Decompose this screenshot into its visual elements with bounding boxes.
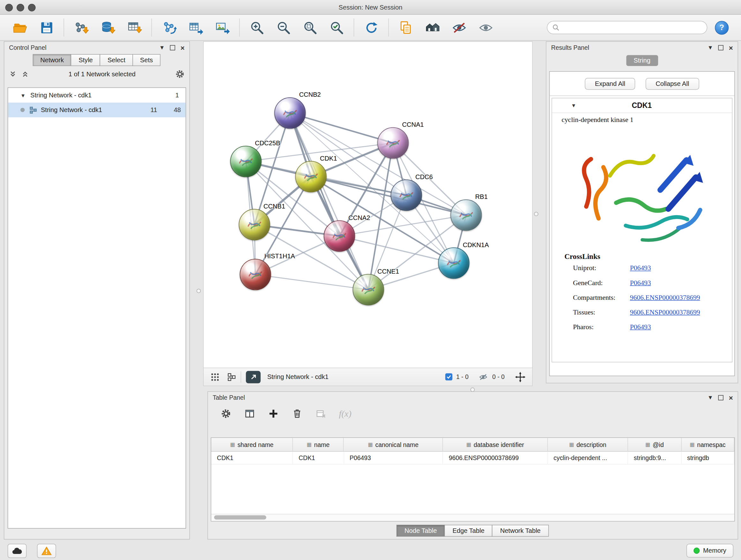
close-panel-icon[interactable]: × bbox=[729, 44, 733, 51]
panel-menu-icon[interactable]: ▼ bbox=[708, 395, 713, 400]
export-image-button[interactable] bbox=[209, 17, 235, 38]
open-session-button[interactable] bbox=[7, 17, 33, 38]
crosslink-link[interactable]: P06493 bbox=[630, 275, 651, 290]
hidden-eye-icon[interactable] bbox=[478, 373, 488, 381]
create-column-button[interactable] bbox=[268, 408, 279, 420]
horizontal-scrollbar[interactable] bbox=[211, 514, 734, 521]
zoom-selected-button[interactable] bbox=[323, 17, 350, 38]
float-panel-icon[interactable] bbox=[718, 45, 724, 50]
table-cell[interactable]: cyclin-dependent ... bbox=[548, 452, 628, 464]
close-panel-icon[interactable]: × bbox=[729, 394, 733, 401]
network-edge[interactable] bbox=[290, 113, 368, 290]
tab-node-table[interactable]: Node Table bbox=[396, 525, 445, 537]
zoom-in-button[interactable] bbox=[244, 17, 270, 38]
table-cell[interactable]: stringdb:9... bbox=[628, 452, 681, 464]
network-canvas[interactable]: CCNB2CCNA1CDC25BCDK1CDC6RB1CCNB1CCNA2CDK… bbox=[204, 42, 532, 368]
export-table-button[interactable] bbox=[182, 17, 209, 38]
import-table-button[interactable] bbox=[121, 17, 147, 38]
crosslink-link[interactable]: P06493 bbox=[630, 261, 651, 275]
table-cell[interactable]: stringdb bbox=[681, 452, 734, 464]
splitter-handle[interactable] bbox=[534, 212, 538, 216]
network-node-ccna2[interactable] bbox=[324, 220, 355, 252]
save-session-button[interactable] bbox=[33, 17, 60, 38]
table-settings-button[interactable] bbox=[220, 408, 232, 420]
collection-caret-icon[interactable]: ▼ bbox=[20, 92, 25, 98]
crosslink-link[interactable]: P06493 bbox=[630, 320, 651, 334]
copy-documents-button[interactable] bbox=[393, 17, 419, 38]
section-collapse-icon[interactable]: ▼ bbox=[571, 103, 576, 108]
network-options-gear-icon[interactable] bbox=[175, 69, 185, 79]
column-header-shared-name[interactable]: ▦shared name bbox=[211, 438, 293, 451]
network-collection-row[interactable]: ▼ String Network - cdk1 1 bbox=[8, 88, 185, 103]
table-cell[interactable]: CDK1 bbox=[293, 452, 344, 464]
tab-edge-table[interactable]: Edge Table bbox=[445, 525, 493, 537]
splitter-handle[interactable] bbox=[197, 289, 201, 293]
share-network-icon[interactable] bbox=[227, 373, 236, 381]
table-cell[interactable]: P06493 bbox=[344, 452, 443, 464]
network-edge[interactable] bbox=[255, 274, 368, 290]
minimize-window-button[interactable] bbox=[17, 4, 24, 11]
memory-button[interactable]: Memory bbox=[686, 544, 733, 557]
column-header-name[interactable]: ▦name bbox=[293, 438, 344, 451]
birdseye-grid-icon[interactable] bbox=[210, 372, 220, 381]
new-network-from-selection-button[interactable] bbox=[156, 17, 182, 38]
eye-crossed-button[interactable] bbox=[446, 17, 472, 38]
tab-style[interactable]: Style bbox=[71, 54, 100, 66]
warning-button[interactable] bbox=[37, 543, 56, 558]
expand-all-button[interactable]: Expand All bbox=[585, 78, 635, 90]
maximize-window-button[interactable] bbox=[28, 4, 36, 11]
selected-checkbox-icon[interactable] bbox=[445, 373, 452, 380]
scrollbar-thumb[interactable] bbox=[214, 515, 266, 519]
delete-table-button[interactable] bbox=[315, 408, 327, 420]
table-cell[interactable]: CDK1 bbox=[211, 452, 293, 464]
panel-menu-icon[interactable]: ▼ bbox=[708, 45, 713, 51]
float-panel-icon[interactable] bbox=[718, 395, 724, 400]
close-window-button[interactable] bbox=[5, 4, 13, 11]
network-node-cdk1[interactable] bbox=[295, 161, 327, 192]
open-external-button[interactable] bbox=[246, 371, 261, 383]
help-button[interactable]: ? bbox=[715, 21, 729, 35]
network-node-ccna1[interactable] bbox=[378, 127, 409, 159]
crosshair-icon[interactable] bbox=[515, 372, 526, 382]
import-network-database-button[interactable] bbox=[94, 17, 121, 38]
crosslink-link[interactable]: 9606.ENSP00000378699 bbox=[630, 290, 700, 305]
zoom-fit-button[interactable] bbox=[297, 17, 323, 38]
network-row[interactable]: String Network - cdk1 11 48 bbox=[8, 103, 185, 117]
tab-network-table[interactable]: Network Table bbox=[492, 525, 549, 537]
network-node-ccnb2[interactable] bbox=[274, 98, 306, 129]
cloud-button[interactable] bbox=[8, 543, 26, 558]
tab-string[interactable]: String bbox=[626, 55, 658, 66]
panel-menu-icon[interactable]: ▼ bbox=[159, 45, 165, 51]
close-panel-icon[interactable]: × bbox=[181, 44, 185, 51]
network-node-hist1h1a[interactable] bbox=[240, 259, 271, 290]
apply-layout-button[interactable] bbox=[358, 17, 385, 38]
collapse-all-button[interactable]: Collapse All bbox=[646, 78, 699, 90]
network-edge[interactable] bbox=[340, 236, 454, 263]
show-columns-button[interactable] bbox=[244, 408, 256, 420]
network-node-cdkn1a[interactable] bbox=[438, 247, 469, 279]
column-header-canonical-name[interactable]: ▦canonical name bbox=[344, 438, 443, 451]
delete-columns-button[interactable] bbox=[291, 408, 303, 420]
network-edge[interactable] bbox=[290, 113, 393, 143]
column-header-namespac[interactable]: ▦namespac bbox=[681, 438, 734, 451]
splitter-handle[interactable] bbox=[470, 388, 475, 392]
network-node-rb1[interactable] bbox=[451, 199, 482, 231]
network-node-cdc6[interactable] bbox=[391, 179, 422, 211]
column-header--id[interactable]: ▦@id bbox=[628, 438, 681, 451]
expand-all-icon[interactable] bbox=[21, 70, 29, 78]
float-panel-icon[interactable] bbox=[170, 45, 175, 50]
zoom-out-button[interactable] bbox=[270, 17, 296, 38]
network-node-cdc25b[interactable] bbox=[230, 146, 261, 177]
table-row[interactable]: CDK1CDK1P064939606.ENSP00000378699cyclin… bbox=[211, 452, 734, 464]
network-node-ccne1[interactable] bbox=[353, 274, 384, 305]
crosslink-link[interactable]: 9606.ENSP00000378699 bbox=[630, 305, 700, 320]
column-header-database-identifier[interactable]: ▦database identifier bbox=[443, 438, 548, 451]
function-builder-button[interactable]: f(x) bbox=[339, 408, 351, 419]
import-network-file-button[interactable] bbox=[68, 17, 94, 38]
network-node-ccnb1[interactable] bbox=[239, 209, 270, 240]
search-input[interactable] bbox=[562, 23, 702, 32]
table-cell[interactable]: 9606.ENSP00000378699 bbox=[443, 452, 548, 464]
column-header-description[interactable]: ▦description bbox=[548, 438, 628, 451]
tab-select[interactable]: Select bbox=[100, 54, 133, 66]
double-house-button[interactable] bbox=[419, 17, 446, 38]
